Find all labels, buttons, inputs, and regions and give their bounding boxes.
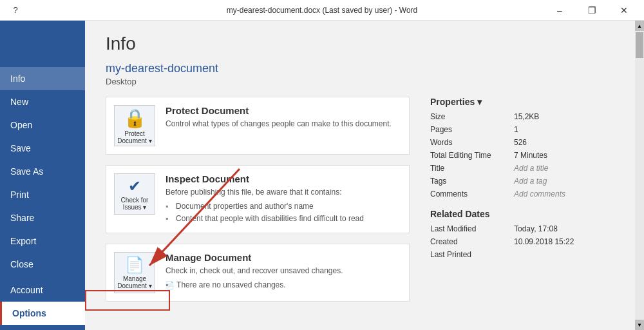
- inspect-icon-btn[interactable]: ✔ Check forIssues ▾: [114, 173, 155, 215]
- list-item: 📄 There are no unsaved changes.: [166, 279, 343, 291]
- minimize-button[interactable]: –: [545, 0, 574, 21]
- manage-label: ManageDocument ▾: [117, 275, 151, 289]
- prop-label-last-printed: Last Printed: [430, 250, 514, 259]
- protect-card: 🔒 ProtectDocument ▾ Protect Document Con…: [106, 97, 410, 155]
- manage-title: Manage Document: [166, 252, 343, 263]
- content-columns: 🔒 ProtectDocument ▾ Protect Document Con…: [106, 97, 623, 312]
- back-button[interactable]: ←: [10, 34, 36, 59]
- properties-header: Properties ▾: [430, 97, 623, 107]
- manage-card: 📄 ManageDocument ▾ Manage Document Check…: [106, 244, 410, 302]
- prop-label-tags: Tags: [430, 177, 514, 186]
- scroll-down-button[interactable]: ▼: [635, 320, 644, 330]
- inspect-content: Inspect Document Before publishing this …: [166, 173, 364, 225]
- checkmark-icon: ✔: [128, 177, 141, 195]
- manage-list: 📄 There are no unsaved changes.: [166, 279, 343, 291]
- inspect-title: Inspect Document: [166, 173, 364, 184]
- prop-label-size: Size: [430, 112, 514, 121]
- prop-value-comments[interactable]: Add comments: [514, 189, 565, 199]
- prop-tags[interactable]: Tags Add a tag: [430, 177, 623, 186]
- prop-label-editing-time: Total Editing Time: [430, 151, 514, 160]
- sidebar-top: ←: [0, 23, 85, 67]
- inspect-description: Before publishing this file, be aware th…: [166, 187, 364, 198]
- main-inner: Info my-dearest-document Desktop 🔒 Prote…: [85, 21, 644, 330]
- manage-content: Manage Document Check in, check out, and…: [166, 252, 343, 291]
- prop-value-tags[interactable]: Add a tag: [514, 177, 547, 186]
- sidebar-nav: Info New Open Save Save As Print Share E…: [0, 67, 85, 278]
- help-button[interactable]: ?: [5, 0, 26, 21]
- app-body: ← Info New Open Save Save As Print Share…: [0, 21, 644, 330]
- document-name: my-dearest-document: [106, 62, 623, 75]
- document-location: Desktop: [106, 77, 623, 86]
- page-title: Info: [106, 34, 623, 54]
- protect-label: ProtectDocument ▾: [117, 130, 151, 144]
- prop-label-title: Title: [430, 164, 514, 173]
- sidebar-item-open[interactable]: Open: [0, 113, 85, 137]
- sidebar-item-print[interactable]: Print: [0, 183, 85, 206]
- prop-value-title[interactable]: Add a title: [514, 164, 548, 173]
- prop-value-editing-time: 7 Minutes: [514, 151, 547, 160]
- sidebar-bottom: Account Options: [0, 278, 85, 325]
- prop-label-comments: Comments: [430, 189, 514, 199]
- prop-comments[interactable]: Comments Add comments: [430, 189, 623, 199]
- prop-title[interactable]: Title Add a title: [430, 164, 623, 173]
- prop-label-pages: Pages: [430, 125, 514, 134]
- inspect-label: Check forIssues ▾: [121, 197, 149, 211]
- sidebar-item-new[interactable]: New: [0, 90, 85, 113]
- sidebar: ← Info New Open Save Save As Print Share…: [0, 21, 85, 330]
- prop-label-words: Words: [430, 138, 514, 147]
- prop-label-created: Created: [430, 237, 514, 246]
- close-button[interactable]: ✕: [609, 0, 639, 21]
- protect-icon-btn[interactable]: 🔒 ProtectDocument ▾: [114, 105, 155, 146]
- sidebar-item-save[interactable]: Save: [0, 137, 85, 160]
- protect-content: Protect Document Control what types of c…: [166, 105, 392, 132]
- prop-last-printed: Last Printed: [430, 250, 623, 259]
- prop-value-created: 10.09.2018 15:22: [514, 237, 574, 246]
- sidebar-item-export[interactable]: Export: [0, 229, 85, 253]
- main-content: Info my-dearest-document Desktop 🔒 Prote…: [85, 21, 644, 330]
- right-column: Properties ▾ Size 15,2KB Pages 1 Words 5…: [430, 97, 623, 312]
- manage-description: Check in, check out, and recover unsaved…: [166, 266, 343, 277]
- scrollbar-thumb[interactable]: [636, 32, 643, 58]
- list-item: Content that people with disabilities fi…: [166, 213, 364, 225]
- sidebar-item-info[interactable]: Info: [0, 67, 85, 90]
- prop-value-words: 526: [514, 138, 527, 147]
- prop-value-size: 15,2KB: [514, 112, 539, 121]
- sidebar-item-save-as[interactable]: Save As: [0, 160, 85, 183]
- sidebar-item-close[interactable]: Close: [0, 253, 85, 276]
- prop-created: Created 10.09.2018 15:22: [430, 237, 623, 246]
- scrollbar[interactable]: ▲ ▼: [635, 21, 644, 330]
- manage-icon-btn[interactable]: 📄 ManageDocument ▾: [114, 252, 155, 293]
- lock-icon: 🔒: [124, 108, 146, 129]
- prop-pages: Pages 1: [430, 125, 623, 134]
- related-dates-header: Related Dates: [430, 209, 623, 219]
- window-title: my-dearest-document.docx (Last saved by …: [227, 6, 418, 15]
- inspect-list: Document properties and author's name Co…: [166, 200, 364, 225]
- sidebar-item-options[interactable]: Options: [0, 302, 85, 325]
- document-icon: 📄: [125, 256, 144, 274]
- prop-value-pages: 1: [514, 125, 518, 134]
- protect-description: Control what types of changes people can…: [166, 119, 392, 130]
- left-column: 🔒 ProtectDocument ▾ Protect Document Con…: [106, 97, 410, 312]
- prop-words: Words 526: [430, 138, 623, 147]
- window-controls: – ❐ ✕: [545, 0, 639, 21]
- prop-last-modified: Last Modified Today, 17:08: [430, 224, 623, 233]
- prop-value-last-modified: Today, 17:08: [514, 224, 558, 233]
- titlebar: ? my-dearest-document.docx (Last saved b…: [0, 0, 644, 21]
- protect-title: Protect Document: [166, 105, 392, 116]
- inspect-card: ✔ Check forIssues ▾ Inspect Document Bef…: [106, 165, 410, 233]
- prop-label-last-modified: Last Modified: [430, 224, 514, 233]
- prop-size: Size 15,2KB: [430, 112, 623, 121]
- restore-button[interactable]: ❐: [577, 0, 607, 21]
- prop-editing-time: Total Editing Time 7 Minutes: [430, 151, 623, 160]
- list-item: Document properties and author's name: [166, 200, 364, 213]
- scroll-up-button[interactable]: ▲: [635, 21, 644, 31]
- sidebar-item-account[interactable]: Account: [0, 278, 85, 302]
- sidebar-item-share[interactable]: Share: [0, 206, 85, 229]
